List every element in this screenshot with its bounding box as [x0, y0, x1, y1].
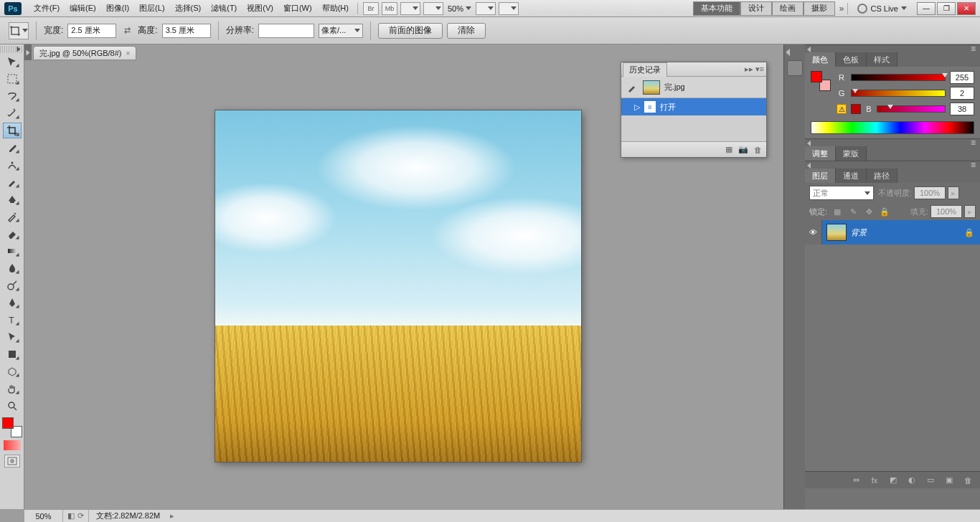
- tab-swatches[interactable]: 色板: [836, 52, 867, 67]
- layer-name[interactable]: 背景: [851, 227, 964, 238]
- status-icon[interactable]: ◧: [67, 511, 75, 521]
- b-value[interactable]: 38: [950, 103, 974, 115]
- adjustment-layer-icon[interactable]: ◐: [905, 475, 918, 486]
- crop-tool[interactable]: [3, 123, 22, 138]
- foreground-variant-swatch[interactable]: [4, 440, 21, 450]
- lock-pixels-icon[interactable]: ✎: [847, 206, 859, 217]
- opacity-flyout[interactable]: ▸: [948, 186, 959, 199]
- lock-all-icon[interactable]: 🔒: [879, 206, 890, 217]
- path-selection-tool[interactable]: [3, 329, 22, 345]
- lasso-tool[interactable]: [3, 88, 22, 104]
- delete-state-icon[interactable]: 🗑: [754, 146, 762, 154]
- zoom-tool[interactable]: [3, 398, 22, 414]
- move-tool[interactable]: [3, 54, 22, 70]
- collapsed-panel-icon[interactable]: [787, 60, 803, 76]
- bridge-icon[interactable]: Br: [363, 2, 379, 15]
- foreground-color-swatch[interactable]: [2, 417, 14, 429]
- pen-tool[interactable]: [3, 295, 22, 310]
- layer-thumbnail[interactable]: [826, 224, 847, 241]
- screen-dropdown[interactable]: [499, 2, 519, 15]
- layer-row[interactable]: 👁 背景 🔒: [805, 220, 980, 245]
- new-document-from-state-icon[interactable]: ▦: [725, 145, 732, 154]
- menu-file[interactable]: 文件(F): [29, 3, 65, 14]
- tab-adjustments[interactable]: 调整: [805, 146, 836, 161]
- document-tab[interactable]: 完.jpg @ 50%(RGB/8#) ×: [33, 46, 136, 60]
- history-brush-tool[interactable]: [3, 209, 22, 224]
- menu-layer[interactable]: 图层(L): [134, 3, 169, 14]
- status-zoom[interactable]: 50%: [24, 510, 63, 522]
- resolution-unit-select[interactable]: 像素/...: [319, 24, 363, 38]
- document-tab-close[interactable]: ×: [126, 49, 131, 57]
- fx-icon[interactable]: fx: [868, 475, 881, 486]
- panel-grip[interactable]: [805, 161, 980, 169]
- workspace-painting[interactable]: 绘画: [772, 1, 804, 16]
- history-snapshot-thumbnail[interactable]: [643, 80, 660, 95]
- r-value[interactable]: 255: [950, 71, 974, 84]
- group-icon[interactable]: ▭: [924, 475, 937, 486]
- width-input[interactable]: 2.5 厘米: [67, 24, 116, 38]
- eraser-tool[interactable]: [3, 226, 22, 242]
- menu-view[interactable]: 视图(V): [242, 3, 278, 14]
- lock-position-icon[interactable]: ✥: [863, 206, 875, 217]
- dodge-tool[interactable]: [3, 277, 22, 293]
- minibridge-icon[interactable]: Mb: [382, 2, 397, 15]
- healing-brush-tool[interactable]: [3, 157, 22, 173]
- tab-history[interactable]: 历史记录: [623, 62, 667, 77]
- type-tool[interactable]: T: [3, 312, 22, 328]
- g-slider[interactable]: [851, 90, 946, 97]
- swap-dimensions[interactable]: ⇄: [121, 24, 133, 37]
- window-minimize[interactable]: —: [917, 2, 936, 15]
- blend-mode-select[interactable]: 正常: [809, 186, 874, 200]
- history-brush-source-icon[interactable]: [626, 81, 639, 94]
- history-state-open[interactable]: ▷ ≡ 打开: [621, 98, 766, 115]
- tab-paths[interactable]: 路径: [867, 169, 897, 183]
- shape-tool[interactable]: [3, 346, 22, 362]
- status-doc-info[interactable]: 文档:2.82M/2.82M: [89, 511, 167, 521]
- menu-select[interactable]: 选择(S): [170, 3, 207, 14]
- trash-icon[interactable]: 🗑: [961, 475, 974, 486]
- marquee-tool[interactable]: [3, 71, 22, 87]
- panel-menu-icon[interactable]: ▾≡: [755, 65, 764, 74]
- cslive-button[interactable]: CS Live: [857, 4, 907, 14]
- lock-transparency-icon[interactable]: ▦: [831, 206, 843, 217]
- menu-filter[interactable]: 滤镜(T): [206, 3, 242, 14]
- magic-wand-tool[interactable]: [3, 105, 22, 121]
- workspace-more[interactable]: »: [839, 4, 844, 14]
- tab-color[interactable]: 颜色: [805, 52, 836, 67]
- zoom-level-dropdown[interactable]: 50%: [448, 4, 471, 13]
- g-value[interactable]: 2: [950, 87, 974, 100]
- color-swatches[interactable]: [2, 417, 22, 437]
- screen-mode-dropdown[interactable]: [423, 2, 443, 15]
- panel-color-swatches[interactable]: [811, 71, 831, 91]
- new-snapshot-icon[interactable]: 📷: [738, 145, 748, 154]
- tab-layers[interactable]: 图层: [805, 169, 836, 183]
- link-layers-icon[interactable]: ⇔: [849, 475, 862, 486]
- panel-fg-swatch[interactable]: [811, 71, 822, 82]
- menu-help[interactable]: 帮助(H): [317, 3, 354, 14]
- resolution-input[interactable]: [258, 24, 314, 38]
- mask-icon[interactable]: ◩: [887, 475, 900, 486]
- view-extras-dropdown[interactable]: [400, 2, 420, 15]
- status-icon[interactable]: ⟳: [77, 511, 84, 521]
- layer-visibility-toggle[interactable]: 👁: [805, 220, 822, 245]
- crop-tool-preset[interactable]: [9, 22, 29, 39]
- workspace-photography[interactable]: 摄影: [804, 1, 835, 16]
- new-layer-icon[interactable]: ▣: [943, 475, 956, 486]
- tab-styles[interactable]: 样式: [867, 52, 897, 67]
- panel-grip[interactable]: [805, 45, 980, 52]
- status-arrow[interactable]: ▸: [170, 511, 174, 521]
- menu-edit[interactable]: 编辑(E): [65, 3, 101, 14]
- panel-collapse-icon[interactable]: ▸▸: [745, 65, 753, 74]
- 3d-tool[interactable]: [3, 364, 22, 379]
- menu-window[interactable]: 窗口(W): [278, 3, 317, 14]
- window-maximize[interactable]: ❐: [937, 2, 956, 15]
- opacity-value[interactable]: 100%: [914, 186, 946, 199]
- dock-strip-expand[interactable]: [784, 49, 805, 56]
- clone-stamp-tool[interactable]: [3, 191, 22, 207]
- blur-tool[interactable]: [3, 260, 22, 276]
- panel-grip[interactable]: [805, 139, 980, 146]
- gamut-warning-icon[interactable]: ⚠: [837, 104, 847, 114]
- tab-masks[interactable]: 蒙版: [836, 146, 867, 161]
- workspace-essentials[interactable]: 基本功能: [693, 1, 740, 16]
- canvas-image[interactable]: [215, 110, 581, 462]
